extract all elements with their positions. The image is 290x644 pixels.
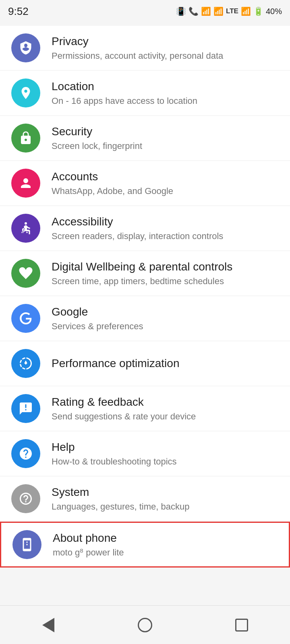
settings-item-privacy[interactable]: PrivacyPermissions, account activity, pe… xyxy=(0,26,290,70)
location-icon xyxy=(11,78,40,107)
accessibility-subtitle: Screen readers, display, interaction con… xyxy=(52,231,279,242)
google-text: GoogleServices & preferences xyxy=(52,305,279,332)
accounts-text: AccountsWhatsApp, Adobe, and Google xyxy=(52,169,279,197)
settings-item-aboutphone[interactable]: About phonemoto g⁸ power lite xyxy=(0,522,290,568)
ratingfeedback-text: Rating & feedbackSend suggestions & rate… xyxy=(52,395,279,423)
settings-item-digitalwellbeing[interactable]: Digital Wellbeing & parental controlsScr… xyxy=(0,251,290,295)
recents-button[interactable] xyxy=(230,613,254,637)
google-icon xyxy=(11,304,40,333)
settings-list: PrivacyPermissions, account activity, pe… xyxy=(0,23,290,605)
aboutphone-text: About phonemoto g⁸ power lite xyxy=(53,531,278,559)
signal2-icon: 📶 xyxy=(241,6,251,16)
call-icon: 📞 xyxy=(188,6,199,16)
help-subtitle: How-to & troubleshooting topics xyxy=(52,456,279,468)
accessibility-text: AccessibilityScreen readers, display, in… xyxy=(52,215,279,242)
accessibility-title: Accessibility xyxy=(52,215,279,229)
system-title: System xyxy=(52,485,279,500)
system-subtitle: Languages, gestures, time, backup xyxy=(52,501,279,513)
help-title: Help xyxy=(52,440,279,454)
ratingfeedback-title: Rating & feedback xyxy=(52,395,279,409)
digitalwellbeing-title: Digital Wellbeing & parental controls xyxy=(52,260,279,274)
vibrate-icon: 📳 xyxy=(176,6,186,16)
settings-item-system[interactable]: SystemLanguages, gestures, time, backup xyxy=(0,477,290,521)
privacy-title: Privacy xyxy=(52,34,279,49)
aboutphone-title: About phone xyxy=(53,531,278,545)
signal-icon: 📶 xyxy=(213,6,224,16)
back-button[interactable] xyxy=(36,613,60,637)
status-time: 9:52 xyxy=(8,5,29,18)
lte-badge: LTE xyxy=(226,7,238,15)
back-icon xyxy=(42,618,54,632)
google-title: Google xyxy=(52,305,279,319)
digitalwellbeing-icon xyxy=(11,259,40,288)
help-icon xyxy=(11,439,40,468)
recents-icon xyxy=(235,619,248,632)
settings-item-accessibility[interactable]: AccessibilityScreen readers, display, in… xyxy=(0,206,290,250)
accounts-icon xyxy=(11,169,40,198)
ratingfeedback-subtitle: Send suggestions & rate your device xyxy=(52,411,279,423)
performance-icon xyxy=(11,349,40,378)
privacy-text: PrivacyPermissions, account activity, pe… xyxy=(52,34,279,62)
home-icon xyxy=(138,618,152,632)
svg-point-1 xyxy=(25,222,27,225)
aboutphone-subtitle: moto g⁸ power lite xyxy=(53,547,278,559)
performance-title: Performance optimization xyxy=(52,356,279,371)
status-bar: 9:52 📳 📞 📶 📶 LTE 📶 🔋 40% xyxy=(0,0,290,23)
settings-item-location[interactable]: LocationOn - 16 apps have access to loca… xyxy=(0,71,290,115)
battery-percent: 40% xyxy=(266,7,282,16)
system-icon xyxy=(11,484,40,513)
digitalwellbeing-subtitle: Screen time, app timers, bedtime schedul… xyxy=(52,276,279,287)
security-subtitle: Screen lock, fingerprint xyxy=(52,140,279,152)
security-title: Security xyxy=(52,124,279,139)
location-title: Location xyxy=(52,79,279,94)
home-button[interactable] xyxy=(133,613,157,637)
settings-item-ratingfeedback[interactable]: Rating & feedbackSend suggestions & rate… xyxy=(0,386,290,431)
location-subtitle: On - 16 apps have access to location xyxy=(52,95,279,107)
google-subtitle: Services & preferences xyxy=(52,321,279,332)
settings-item-security[interactable]: SecurityScreen lock, fingerprint xyxy=(0,116,290,160)
privacy-icon xyxy=(11,33,40,62)
accounts-subtitle: WhatsApp, Adobe, and Google xyxy=(52,186,279,197)
privacy-subtitle: Permissions, account activity, personal … xyxy=(52,50,279,62)
battery-icon: 🔋 xyxy=(253,6,263,16)
accounts-title: Accounts xyxy=(52,169,279,184)
help-text: HelpHow-to & troubleshooting topics xyxy=(52,440,279,468)
settings-item-help[interactable]: HelpHow-to & troubleshooting topics xyxy=(0,431,290,476)
aboutphone-icon xyxy=(12,530,41,559)
status-icons: 📳 📞 📶 📶 LTE 📶 🔋 40% xyxy=(176,6,282,16)
security-icon xyxy=(11,124,40,153)
location-text: LocationOn - 16 apps have access to loca… xyxy=(52,79,279,107)
performance-text: Performance optimization xyxy=(52,356,279,371)
svg-point-0 xyxy=(22,44,25,47)
system-text: SystemLanguages, gestures, time, backup xyxy=(52,485,279,513)
security-text: SecurityScreen lock, fingerprint xyxy=(52,124,279,152)
digitalwellbeing-text: Digital Wellbeing & parental controlsScr… xyxy=(52,260,279,287)
navigation-bar xyxy=(0,605,290,644)
ratingfeedback-icon xyxy=(11,394,40,423)
wifi-icon: 📶 xyxy=(201,6,211,16)
accessibility-icon xyxy=(11,214,40,243)
settings-item-performance[interactable]: Performance optimization xyxy=(0,341,290,386)
settings-item-google[interactable]: GoogleServices & preferences xyxy=(0,296,290,341)
settings-item-accounts[interactable]: AccountsWhatsApp, Adobe, and Google xyxy=(0,161,290,205)
